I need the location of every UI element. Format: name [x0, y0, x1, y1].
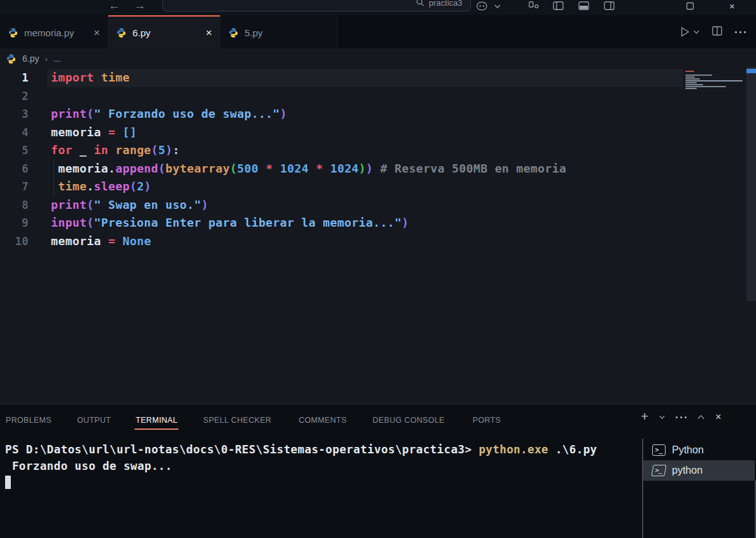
forward-arrow-icon[interactable]: → — [134, 0, 146, 13]
editor-scrollbar[interactable] — [746, 67, 756, 301]
play-icon — [680, 27, 690, 37]
python-file-icon — [6, 53, 17, 64]
line-number: 8 — [0, 196, 29, 215]
tab-5-py[interactable]: 5.py — [220, 15, 338, 48]
python-file-icon — [228, 27, 239, 38]
code-line-4[interactable]: 4memoria = [] — [0, 124, 756, 142]
search-text: practica3 — [429, 0, 462, 8]
indent-guide — [53, 178, 54, 196]
code-text: import time — [29, 69, 130, 87]
toggle-sidebar-left-icon[interactable] — [553, 1, 564, 13]
editor-tab-bar: memoria.py × 6.py × 5.py — [0, 15, 756, 48]
code-text: time.sleep(2) — [29, 178, 151, 196]
line-number: 7 — [0, 178, 29, 196]
code-line-10[interactable]: 10memoria = None — [0, 232, 756, 251]
code-text: memoria.append(bytearray(500 * 1024 * 10… — [29, 160, 566, 178]
terminal-line: Forzando uso de swap... — [5, 458, 597, 474]
breadcrumb-more[interactable]: ... — [53, 53, 61, 64]
terminal-instance-label: Python — [672, 444, 704, 456]
terminal-instance-python[interactable]: >_python — [643, 460, 755, 481]
code-lines: 1import time23print(" Forzando uso de sw… — [0, 69, 756, 250]
code-text: memoria = None — [29, 232, 151, 251]
breadcrumb-file[interactable]: 6.py — [22, 53, 39, 64]
code-line-1[interactable]: 1import time — [0, 69, 756, 87]
code-line-8[interactable]: 8print(" Swap en uso.") — [0, 196, 756, 215]
code-text: input("Presiona Enter para liberar la me… — [29, 214, 409, 232]
vscode-window: ← → practica3 × — [0, 0, 756, 538]
terminal-instance-list: >_Python>_python — [643, 440, 755, 481]
line-number: 1 — [0, 69, 29, 87]
copilot-icon[interactable] — [476, 1, 487, 13]
code-text: print(" Forzando uso de swap...") — [29, 105, 287, 124]
tab-6-py[interactable]: 6.py × — [108, 15, 220, 48]
code-text — [29, 87, 51, 106]
panel-tab-terminal[interactable]: TERMINAL — [136, 415, 178, 425]
split-editor-button[interactable] — [712, 26, 722, 38]
line-number: 5 — [0, 141, 29, 160]
line-number: 4 — [0, 124, 29, 142]
panel-actions: + × — [641, 411, 722, 423]
scrollbar-cursor-mark — [746, 69, 756, 73]
toggle-sidebar-right-icon[interactable] — [604, 1, 615, 13]
terminal-dropdown-icon[interactable] — [659, 415, 665, 420]
panel-tab-debug-console[interactable]: DEBUG CONSOLE — [373, 415, 445, 425]
panel-more-actions-button[interactable] — [676, 416, 687, 418]
code-line-2[interactable]: 2 — [0, 87, 756, 106]
command-center-search[interactable]: practica3 — [162, 0, 471, 11]
line-number: 9 — [0, 214, 29, 232]
code-text: for _ in range(5): — [29, 141, 180, 160]
code-line-7[interactable]: 7 time.sleep(2) — [0, 178, 756, 196]
terminal-output[interactable]: PS D:\Datos\url\url-notas\docs\0-RES\Sis… — [5, 441, 597, 474]
code-line-6[interactable]: 6 memoria.append(bytearray(500 * 1024 * … — [0, 160, 756, 178]
chevron-down-icon[interactable] — [494, 1, 501, 13]
code-text: memoria = [] — [29, 124, 137, 142]
close-panel-icon[interactable]: × — [715, 411, 721, 423]
new-terminal-button[interactable]: + — [641, 409, 648, 423]
panel-tab-spell-checker[interactable]: SPELL CHECKER — [203, 415, 271, 425]
code-text: print(" Swap en uso.") — [29, 196, 208, 215]
code-line-5[interactable]: 5for _ in range(5): — [0, 141, 756, 160]
panel-tab-problems[interactable]: PROBLEMS — [6, 415, 52, 425]
terminal-instance-label: python — [672, 465, 703, 476]
customize-layout-icon[interactable] — [529, 1, 539, 13]
window-restore-icon[interactable] — [686, 1, 694, 13]
panel-tab-ports[interactable]: PORTS — [473, 415, 501, 425]
run-python-file-button[interactable] — [680, 27, 699, 37]
minimap[interactable] — [685, 71, 744, 90]
indent-guide — [53, 160, 54, 178]
tab-label: memoria.py — [24, 27, 74, 38]
line-number: 3 — [0, 105, 29, 124]
breadcrumb: 6.py › ... — [0, 48, 756, 69]
panel-tab-output[interactable]: OUTPUT — [77, 415, 111, 425]
terminal-instance-python[interactable]: >_Python — [643, 440, 755, 460]
terminal-icon: >_ — [652, 444, 666, 456]
terminal-line: PS D:\Datos\url\url-notas\docs\0-RES\Sis… — [5, 441, 597, 458]
window-close-icon[interactable]: × — [729, 1, 735, 11]
code-line-3[interactable]: 3print(" Forzando uso de swap...") — [0, 105, 756, 124]
bottom-panel: PROBLEMSOUTPUTTERMINALSPELL CHECKERCOMME… — [0, 404, 756, 538]
python-file-icon — [8, 27, 18, 38]
line-number: 6 — [0, 160, 29, 178]
search-icon — [416, 0, 424, 8]
chevron-down-icon — [694, 30, 699, 34]
tab-label: 5.py — [245, 27, 262, 38]
terminal-icon: >_ — [651, 465, 666, 476]
tab-close-icon[interactable]: × — [94, 27, 100, 38]
line-number: 10 — [0, 232, 29, 251]
tab-close-icon[interactable]: × — [206, 27, 212, 38]
line-number: 2 — [0, 87, 29, 106]
back-arrow-icon[interactable]: ← — [108, 0, 120, 13]
python-file-icon — [116, 27, 127, 38]
editor-actions — [680, 15, 746, 48]
tab-label: 6.py — [132, 27, 150, 38]
toggle-panel-icon[interactable] — [578, 1, 589, 13]
panel-tab-comments[interactable]: COMMENTS — [299, 415, 346, 425]
code-line-9[interactable]: 9input("Presiona Enter para liberar la m… — [0, 214, 756, 232]
more-actions-button[interactable] — [735, 31, 746, 33]
terminal-cursor — [5, 476, 11, 489]
breadcrumb-separator: › — [45, 54, 47, 64]
title-bar: ← → practica3 × — [0, 0, 756, 15]
code-editor[interactable]: 1import time23print(" Forzando uso de sw… — [0, 69, 756, 404]
maximize-panel-icon[interactable] — [697, 414, 704, 420]
tab-memoria-py[interactable]: memoria.py × — [0, 15, 108, 48]
